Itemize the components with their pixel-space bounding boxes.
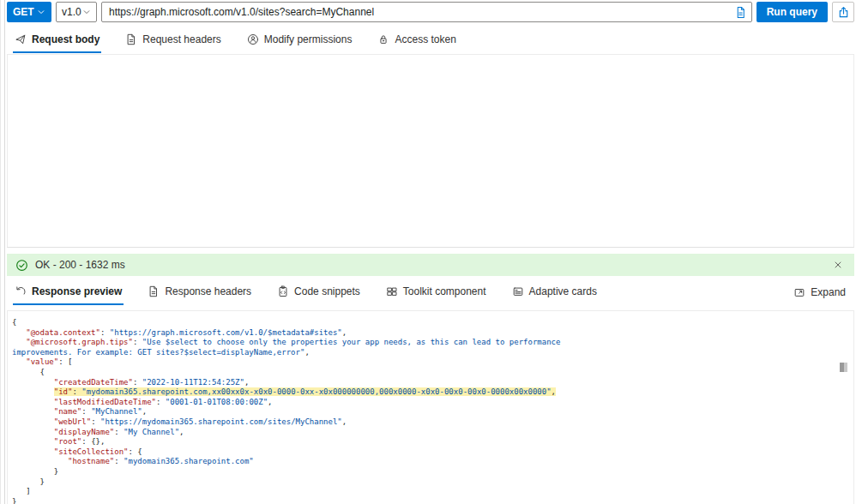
tab-access-token[interactable]: Access token	[376, 31, 457, 53]
chevron-down-icon	[37, 8, 45, 16]
expand-button[interactable]: Expand	[793, 283, 846, 305]
graph-explorer-app: GET v1.0 Run query	[0, 0, 856, 504]
person-permissions-icon	[247, 33, 259, 45]
expand-label: Expand	[811, 286, 846, 298]
json-line: "displayName": "My Channel",	[12, 428, 853, 438]
request-body-panel[interactable]	[7, 54, 854, 248]
left-rail-divider	[0, 0, 5, 504]
json-line: "createdDateTime": "2022-10-11T12:54:25Z…	[12, 378, 853, 388]
url-field-wrap	[101, 2, 752, 22]
main-content: GET v1.0 Run query	[7, 0, 854, 504]
tab-label: Modify permissions	[264, 33, 353, 45]
tab-request-headers[interactable]: Request headers	[124, 31, 222, 53]
json-line: }	[12, 477, 853, 488]
version-label: v1.0	[62, 6, 81, 18]
response-tabs: Response preview Response headers Code s…	[7, 283, 854, 305]
tab-modify-permissions[interactable]: Modify permissions	[245, 31, 354, 53]
tab-code-snippets[interactable]: Code snippets	[275, 283, 362, 305]
tab-response-headers[interactable]: Response headers	[146, 283, 253, 305]
run-query-button[interactable]: Run query	[757, 2, 828, 22]
status-text: OK - 200 - 1632 ms	[35, 259, 125, 271]
json-line: ]	[12, 487, 853, 497]
request-url-input[interactable]	[101, 2, 752, 22]
response-status-bar: OK - 200 - 1632 ms	[7, 254, 854, 276]
undo-icon	[15, 285, 27, 297]
json-line: }	[12, 497, 853, 504]
json-line: "@odata.context": "https://graph.microso…	[12, 328, 853, 339]
json-line: "webUrl": "https://mydomain365.sharepoin…	[12, 417, 853, 428]
tab-label: Request body	[32, 33, 99, 45]
tab-adaptive-cards[interactable]: Adaptive cards	[510, 283, 599, 305]
tab-label: Response headers	[165, 285, 251, 297]
request-bar: GET v1.0 Run query	[7, 2, 854, 22]
share-button[interactable]	[832, 2, 854, 22]
tab-label: Response preview	[32, 285, 122, 297]
version-dropdown[interactable]: v1.0	[56, 2, 97, 22]
send-icon	[15, 33, 27, 45]
document-icon	[125, 33, 137, 45]
json-line: "@microsoft.graph.tips": "Use $select to…	[12, 338, 853, 348]
expand-icon	[793, 286, 805, 298]
tab-label: Adaptive cards	[529, 285, 597, 297]
check-circle-icon	[15, 259, 28, 272]
chevron-down-icon	[82, 8, 91, 16]
json-line: improvements. For example: GET sites?$se…	[12, 348, 853, 358]
tab-request-body[interactable]: Request body	[13, 31, 101, 53]
card-icon	[512, 285, 524, 297]
tab-label: Request headers	[142, 33, 220, 45]
document-icon	[148, 285, 160, 297]
method-label: GET	[13, 6, 34, 18]
document-icon[interactable]	[733, 4, 749, 20]
method-dropdown[interactable]: GET	[7, 2, 51, 22]
response-preview-panel: { "@odata.context": "https://graph.micro…	[7, 310, 854, 504]
close-icon[interactable]	[830, 257, 846, 273]
json-line: "lastModifiedDateTime": "0001-01-01T08:0…	[12, 398, 853, 408]
request-tabs: Request body Request headers Modify perm…	[7, 31, 854, 53]
json-line: }	[12, 467, 853, 477]
response-json: { "@odata.context": "https://graph.micro…	[8, 311, 853, 504]
tab-toolkit-component[interactable]: Toolkit component	[384, 283, 488, 305]
json-line: "value": [	[12, 357, 853, 368]
json-line: "root": {},	[12, 437, 853, 447]
grid-icon	[386, 285, 398, 297]
scrollbar-thumb[interactable]	[840, 363, 847, 372]
json-line: "hostname": "mydomain365.sharepoint.com"	[12, 457, 853, 467]
tab-label: Code snippets	[294, 285, 360, 297]
json-line: {	[12, 368, 853, 378]
json-line: "name": "MyChannel",	[12, 407, 853, 417]
tab-label: Access token	[395, 33, 455, 45]
share-icon	[837, 6, 850, 19]
tab-response-preview[interactable]: Response preview	[13, 283, 124, 305]
lock-icon	[377, 33, 389, 45]
json-line: "id": "mydomain365.sharepoint.com,xx00xx…	[12, 387, 853, 398]
code-snippets-icon	[277, 285, 289, 297]
json-line: {	[12, 318, 853, 328]
json-line: "siteCollection": {	[12, 447, 853, 458]
tab-label: Toolkit component	[403, 285, 486, 297]
